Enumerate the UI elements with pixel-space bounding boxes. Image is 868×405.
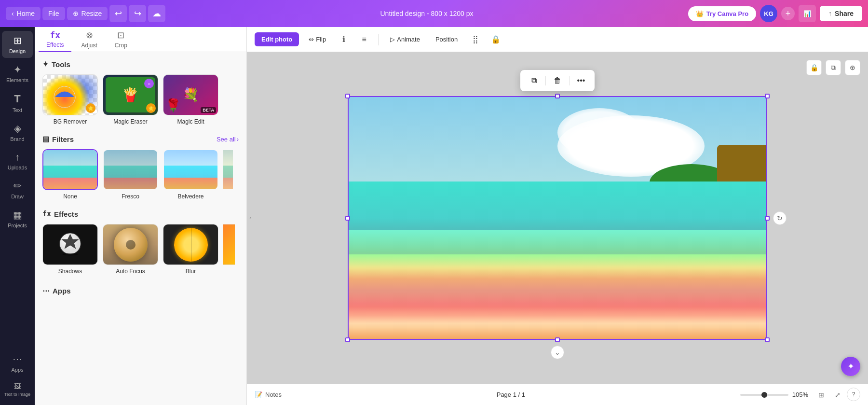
file-button[interactable]: File [42,7,65,20]
expand-bottom-handle[interactable]: ⌄ [551,346,564,359]
flip-button[interactable]: ⇔ Flip [303,32,332,46]
blur-thumb [163,224,218,265]
sidebar-item-text[interactable]: T Text [2,89,33,117]
filters-see-all[interactable]: See all › [217,136,239,143]
effect-card-shadows[interactable]: Shadows [42,224,98,275]
canvas-wrapper: 🔒 ⧉ ⊕ [247,52,868,384]
resize-handle-bl[interactable] [345,337,350,342]
duplicate-icon: ⧉ [831,64,836,72]
apps-section-title: ⋯ Apps [42,286,239,295]
sidebar-label-brand: Brand [10,136,24,142]
try-canva-pro-button[interactable]: 👑 Try Canva Pro [688,6,756,21]
resize-button[interactable]: ⊕ Resize [67,7,108,20]
add-collaborator-button[interactable]: + [781,7,795,20]
bg-remover-thumb: ⭐ [42,74,98,115]
float-more-button[interactable]: ••• [573,73,589,88]
home-button[interactable]: ‹ Home [6,7,41,20]
effect-card-auto-focus[interactable]: Auto Focus [103,224,158,275]
status-bar: 📝 Notes Page 1 / 1 105% ⊞ ⤢ ? [247,384,868,405]
resize-handle-ml[interactable] [345,216,350,221]
stats-button[interactable]: 📊 [799,5,816,22]
tool-card-magic-edit[interactable]: 💐 🌹 BETA Magic Edit [163,74,218,125]
sidebar-item-draw[interactable]: ✏ Draw [2,176,33,203]
float-delete-button[interactable]: 🗑 [550,73,565,88]
filter-card-none[interactable]: None [42,149,98,200]
canvas-magic-button[interactable]: ✦ [841,357,860,376]
apps-section: ⋯ Apps [42,286,239,295]
sidebar-item-design[interactable]: ⊞ Design [2,31,33,58]
position-button[interactable]: Position [430,32,463,46]
lock-button[interactable]: 🔒 [488,31,504,48]
filter-fresco-thumb [103,149,158,190]
duplicate-canvas-button[interactable]: ⧉ [826,60,841,75]
tab-crop[interactable]: ⊡ Crop [107,27,135,53]
crop-tab-icon: ⊡ [117,30,124,41]
effects-tab-icon: fx [50,30,60,40]
sidebar-item-apps[interactable]: ⋯ Apps [2,349,33,377]
tab-effects[interactable]: fx Effects [39,27,71,52]
sidebar-item-text-to-image[interactable]: 🖼 Text to Image [2,378,33,401]
filter-card-belvedere[interactable]: Belvedere [163,149,218,200]
undo-button[interactable]: ↩ [109,5,127,22]
share-button[interactable]: ↑ Share [820,6,862,21]
filter-card-fresco[interactable]: Fresco [103,149,158,200]
share-label: Share [835,10,854,17]
tab-effects-label: Effects [46,42,64,48]
fullscreen-button[interactable]: ⤢ [830,388,845,402]
filter-none-label: None [63,193,77,200]
sidebar-item-uploads[interactable]: ↑ Uploads [2,148,33,174]
topbar: ‹ Home File ⊕ Resize ↩ ↪ ☁ Untitled desi… [0,0,868,27]
resize-handle-tr[interactable] [765,94,770,98]
zoom-bar: 105% [740,391,808,398]
notes-button[interactable]: 📝 Notes [255,391,282,398]
resize-handle-mr[interactable] [765,216,770,221]
sidebar-item-brand[interactable]: ◈ Brand [2,119,33,146]
resize-handle-tl[interactable] [345,94,350,98]
tools-sparkle-icon: ✦ [42,60,49,69]
effects-section-title: fx Effects [42,209,239,218]
tool-card-magic-eraser[interactable]: 🍟 ○ ⭐ Magic Eraser [103,74,158,125]
cloud-save-button[interactable]: ☁ [148,5,165,22]
magic-edit-thumb: 💐 🌹 BETA [163,74,218,115]
magic-eraser-badge: ⭐ [146,103,156,113]
left-sidebar: ⊞ Design ✦ Elements T Text ◈ Brand ↑ Upl… [0,27,35,405]
filters-section-title: ▤ Filters [42,135,74,143]
canvas-image[interactable] [348,96,767,340]
resize-handle-tm[interactable] [555,94,560,98]
tool-card-bg-remover[interactable]: ⭐ BG Remover [42,74,98,125]
grid-view-button[interactable]: ⊞ [814,388,828,402]
apps-icon: ⋯ [13,353,22,365]
collapse-panel-button[interactable]: ‹ [247,209,254,228]
zoom-slider[interactable] [740,394,788,396]
resize-handle-bm[interactable] [555,337,560,342]
grid-button[interactable]: ≡ [356,31,372,48]
blur-label: Blur [186,268,196,275]
animate-button[interactable]: ▷ Animate [384,32,426,46]
fullscreen-icon: ⤢ [835,391,841,399]
position-label: Position [435,36,458,43]
float-copy-button[interactable]: ⧉ [526,73,542,88]
effect-card-blur[interactable]: Blur [163,224,218,275]
edit-photo-button[interactable]: Edit photo [255,32,299,46]
add-page-button[interactable]: ⊕ [845,60,860,75]
sidebar-item-projects[interactable]: ▦ Projects [2,205,33,232]
sidebar-item-elements[interactable]: ✦ Elements [2,60,33,87]
lock-position-button[interactable]: 🔒 [806,60,822,75]
avatar-button[interactable]: KG [760,5,777,22]
tools-section-title: ✦ Tools [42,60,239,69]
rotate-right-handle[interactable]: ↻ [773,211,787,225]
design-icon: ⊞ [14,35,22,46]
resize-handle-br[interactable] [765,337,770,342]
tab-adjust[interactable]: ⊗ Adjust [73,27,105,53]
filter-card-extra[interactable] [223,149,233,200]
effects-grid: Shadows Auto Focus [42,224,239,275]
sidebar-label-text: Text [13,107,22,113]
help-button[interactable]: ? [847,388,860,401]
info-button[interactable]: ℹ [336,31,352,48]
effect-card-extra[interactable] [223,224,235,275]
pattern-button[interactable]: ⣿ [467,31,484,48]
effects-fx-icon: fx [42,209,51,218]
redo-button[interactable]: ↪ [129,5,146,22]
zoom-level: 105% [792,391,808,398]
auto-focus-label: Auto Focus [116,268,145,275]
